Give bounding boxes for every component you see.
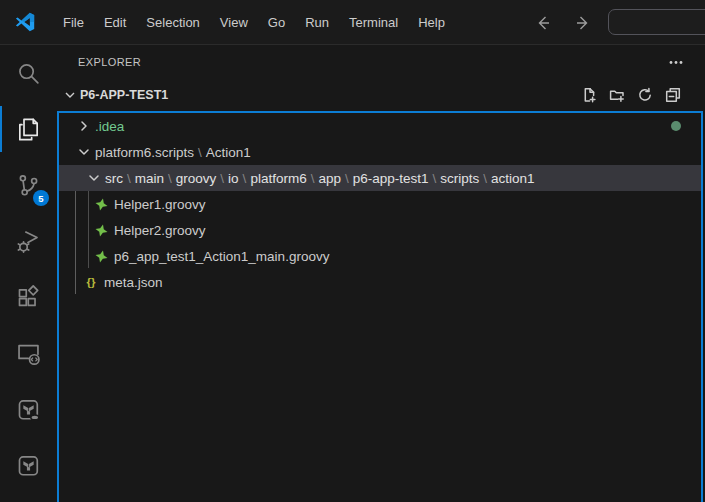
forward-icon[interactable] <box>573 13 593 33</box>
activity-item-run-debug[interactable] <box>0 213 57 269</box>
item-label: .idea <box>95 119 124 134</box>
tree-item-p6-app-test1-action1-main-groovy[interactable]: p6_app_test1_Action1_main.groovy <box>59 243 701 269</box>
project-section-header[interactable]: P6-APP-TEST1 <box>57 78 705 111</box>
refresh-icon[interactable] <box>636 86 654 104</box>
item-label: Helper1.groovy <box>114 197 206 212</box>
chevron-right-icon[interactable] <box>76 118 92 134</box>
path-segment: platform6 <box>250 171 306 186</box>
groovy-file-icon <box>93 248 109 264</box>
path-segment: main <box>135 171 164 186</box>
tree-item-idea[interactable]: .idea <box>59 113 701 139</box>
remote-explorer-icon <box>15 340 42 367</box>
file-tree: .ideaplatform6.scripts\Action1src\main\g… <box>57 111 703 502</box>
groovy-file-icon <box>93 222 109 238</box>
path-segment: action1 <box>491 171 535 186</box>
chevron-down-icon[interactable] <box>86 170 102 186</box>
platform6-tests-icon <box>15 396 42 423</box>
scm-count-badge: 5 <box>33 190 49 206</box>
new-folder-icon[interactable] <box>608 86 626 104</box>
path-separator: \ <box>483 171 487 186</box>
path-separator: \ <box>345 171 349 186</box>
explorer-sidebar: EXPLORER P6-APP-TEST1 .ideaplatform6.scr… <box>57 45 705 502</box>
tree-item-src-main-groovy-io-platform6-app-p6-app-test1-scripts-action1[interactable]: src\main\groovy\io\platform6\app\p6-app-… <box>59 165 701 191</box>
new-file-icon[interactable] <box>580 86 598 104</box>
menu-run[interactable]: Run <box>295 0 339 44</box>
extensions-icon <box>15 284 42 311</box>
item-label: p6_app_test1_Action1_main.groovy <box>114 249 329 264</box>
path-segment: p6_app_test1_Action1_main.groovy <box>114 249 329 264</box>
platform6-icon <box>15 452 42 479</box>
git-status-dot <box>671 121 681 131</box>
path-separator: \ <box>433 171 437 186</box>
tree-item-helper2-groovy[interactable]: Helper2.groovy <box>59 217 701 243</box>
chevron-down-icon[interactable] <box>76 144 92 160</box>
activity-item-platform6-tests[interactable] <box>0 381 57 437</box>
menu-terminal[interactable]: Terminal <box>339 0 408 44</box>
path-segment: platform6.scripts <box>95 145 194 160</box>
activity-item-remote-explorer[interactable] <box>0 325 57 381</box>
path-segment: Helper2.groovy <box>114 223 206 238</box>
path-separator: \ <box>220 171 224 186</box>
collapse-all-icon[interactable] <box>664 86 682 104</box>
path-separator: \ <box>127 171 131 186</box>
groovy-file-icon <box>93 196 109 212</box>
tree-item-platform6-scripts-action1[interactable]: platform6.scripts\Action1 <box>59 139 701 165</box>
menu-edit[interactable]: Edit <box>94 0 136 44</box>
item-label: Helper2.groovy <box>114 223 206 238</box>
activity-bar: 5 <box>0 45 57 502</box>
explorer-icon <box>15 116 42 143</box>
path-separator: \ <box>243 171 247 186</box>
tree-item-helper1-groovy[interactable]: Helper1.groovy <box>59 191 701 217</box>
item-label: src\main\groovy\io\platform6\app\p6-app-… <box>105 171 535 186</box>
project-name: P6-APP-TEST1 <box>80 88 168 102</box>
sidebar-title-row: EXPLORER <box>57 45 705 78</box>
menu-view[interactable]: View <box>210 0 258 44</box>
sidebar-title: EXPLORER <box>78 56 141 68</box>
activity-item-extensions[interactable] <box>0 269 57 325</box>
item-label: meta.json <box>104 275 163 290</box>
activity-item-explorer[interactable] <box>0 101 57 157</box>
tree-item-meta-json[interactable]: {}meta.json <box>59 269 701 295</box>
path-segment: src <box>105 171 123 186</box>
item-label: platform6.scripts\Action1 <box>95 145 251 160</box>
menu-bar: FileEditSelectionViewGoRunTerminalHelp <box>53 0 455 44</box>
run-debug-icon <box>15 228 42 255</box>
activity-item-search[interactable] <box>0 45 57 101</box>
path-segment: meta.json <box>104 275 163 290</box>
path-segment: io <box>228 171 239 186</box>
history-nav <box>533 0 593 45</box>
title-bar: FileEditSelectionViewGoRunTerminalHelp <box>0 0 705 45</box>
search-icon <box>15 60 42 87</box>
chevron-down-icon <box>62 87 78 103</box>
activity-item-source-control[interactable]: 5 <box>0 157 57 213</box>
path-segment: scripts <box>440 171 479 186</box>
more-actions-icon[interactable] <box>667 53 685 71</box>
menu-go[interactable]: Go <box>258 0 295 44</box>
json-file-icon: {} <box>83 274 99 290</box>
vscode-logo-icon <box>13 10 37 34</box>
path-segment: .idea <box>95 119 124 134</box>
menu-selection[interactable]: Selection <box>136 0 209 44</box>
path-segment: p6-app-test1 <box>353 171 429 186</box>
section-toolbar <box>580 86 682 104</box>
back-icon[interactable] <box>533 13 553 33</box>
path-separator: \ <box>168 171 172 186</box>
command-center-search[interactable] <box>608 9 705 35</box>
menu-help[interactable]: Help <box>408 0 455 44</box>
path-segment: groovy <box>176 171 217 186</box>
path-segment: app <box>318 171 341 186</box>
path-segment: Action1 <box>206 145 251 160</box>
activity-item-platform6[interactable] <box>0 437 57 493</box>
path-segment: Helper1.groovy <box>114 197 206 212</box>
path-separator: \ <box>311 171 315 186</box>
path-separator: \ <box>198 145 202 160</box>
menu-file[interactable]: File <box>53 0 94 44</box>
